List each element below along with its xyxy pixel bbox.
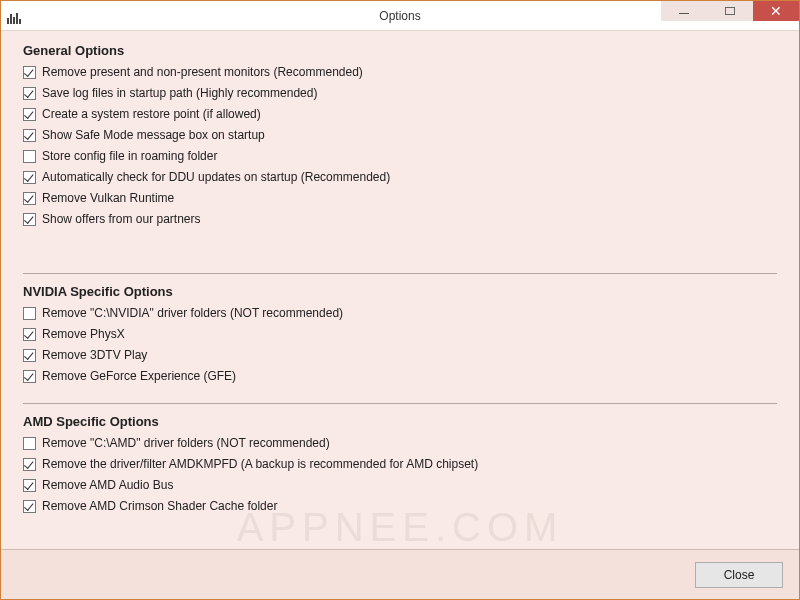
app-icon — [7, 8, 27, 24]
option-label: Remove the driver/filter AMDKMPFD (A bac… — [42, 457, 478, 471]
option-label: Remove PhysX — [42, 327, 125, 341]
checkbox[interactable] — [23, 458, 36, 471]
general-options-heading: General Options — [23, 43, 777, 58]
checkbox[interactable] — [23, 87, 36, 100]
general-option-row: Remove Vulkan Runtime — [23, 189, 777, 207]
divider — [23, 403, 777, 404]
nvidia-options-list: Remove "C:\NVIDIA" driver folders (NOT r… — [23, 304, 777, 385]
nvidia-options-heading: NVIDIA Specific Options — [23, 284, 777, 299]
amd-options-list: Remove "C:\AMD" driver folders (NOT reco… — [23, 434, 777, 515]
close-button[interactable]: Close — [695, 562, 783, 588]
window-controls: ✕ — [661, 1, 799, 21]
option-label: Remove 3DTV Play — [42, 348, 147, 362]
general-option-row: Store config file in roaming folder — [23, 147, 777, 165]
window-close-button[interactable]: ✕ — [753, 1, 799, 21]
option-label: Remove AMD Crimson Shader Cache folder — [42, 499, 277, 513]
maximize-icon — [725, 7, 735, 15]
checkbox[interactable] — [23, 307, 36, 320]
close-icon: ✕ — [770, 4, 782, 18]
amd-option-row: Remove the driver/filter AMDKMPFD (A bac… — [23, 455, 777, 473]
checkbox[interactable] — [23, 150, 36, 163]
options-window: Options ✕ General Options Remove present… — [1, 1, 799, 599]
checkbox[interactable] — [23, 213, 36, 226]
maximize-button[interactable] — [707, 1, 753, 21]
general-option-row: Show Safe Mode message box on startup — [23, 126, 777, 144]
amd-option-row: Remove AMD Crimson Shader Cache folder — [23, 497, 777, 515]
option-label: Remove "C:\AMD" driver folders (NOT reco… — [42, 436, 330, 450]
checkbox[interactable] — [23, 479, 36, 492]
option-label: Save log files in startup path (Highly r… — [42, 86, 317, 100]
general-option-row: Show offers from our partners — [23, 210, 777, 228]
general-option-row: Automatically check for DDU updates on s… — [23, 168, 777, 186]
option-label: Show offers from our partners — [42, 212, 201, 226]
option-label: Remove GeForce Experience (GFE) — [42, 369, 236, 383]
amd-option-row: Remove AMD Audio Bus — [23, 476, 777, 494]
option-label: Create a system restore point (if allowe… — [42, 107, 261, 121]
option-label: Automatically check for DDU updates on s… — [42, 170, 390, 184]
amd-option-row: Remove "C:\AMD" driver folders (NOT reco… — [23, 434, 777, 452]
minimize-icon — [679, 13, 689, 14]
nvidia-option-row: Remove 3DTV Play — [23, 346, 777, 364]
option-label: Remove present and non-present monitors … — [42, 65, 363, 79]
divider — [23, 273, 777, 274]
checkbox[interactable] — [23, 370, 36, 383]
option-label: Store config file in roaming folder — [42, 149, 217, 163]
footer-bar: Close — [1, 549, 799, 599]
titlebar: Options ✕ — [1, 1, 799, 31]
content-area: General Options Remove present and non-p… — [1, 31, 799, 549]
nvidia-option-row: Remove GeForce Experience (GFE) — [23, 367, 777, 385]
checkbox[interactable] — [23, 129, 36, 142]
checkbox[interactable] — [23, 500, 36, 513]
checkbox[interactable] — [23, 437, 36, 450]
option-label: Remove AMD Audio Bus — [42, 478, 173, 492]
checkbox[interactable] — [23, 108, 36, 121]
checkbox[interactable] — [23, 328, 36, 341]
minimize-button[interactable] — [661, 1, 707, 21]
option-label: Remove Vulkan Runtime — [42, 191, 174, 205]
general-option-row: Save log files in startup path (Highly r… — [23, 84, 777, 102]
general-option-row: Remove present and non-present monitors … — [23, 63, 777, 81]
option-label: Show Safe Mode message box on startup — [42, 128, 265, 142]
checkbox[interactable] — [23, 66, 36, 79]
checkbox[interactable] — [23, 171, 36, 184]
option-label: Remove "C:\NVIDIA" driver folders (NOT r… — [42, 306, 343, 320]
amd-options-heading: AMD Specific Options — [23, 414, 777, 429]
checkbox[interactable] — [23, 192, 36, 205]
general-options-list: Remove present and non-present monitors … — [23, 63, 777, 228]
close-button-label: Close — [724, 568, 755, 582]
nvidia-option-row: Remove "C:\NVIDIA" driver folders (NOT r… — [23, 304, 777, 322]
general-option-row: Create a system restore point (if allowe… — [23, 105, 777, 123]
nvidia-option-row: Remove PhysX — [23, 325, 777, 343]
checkbox[interactable] — [23, 349, 36, 362]
